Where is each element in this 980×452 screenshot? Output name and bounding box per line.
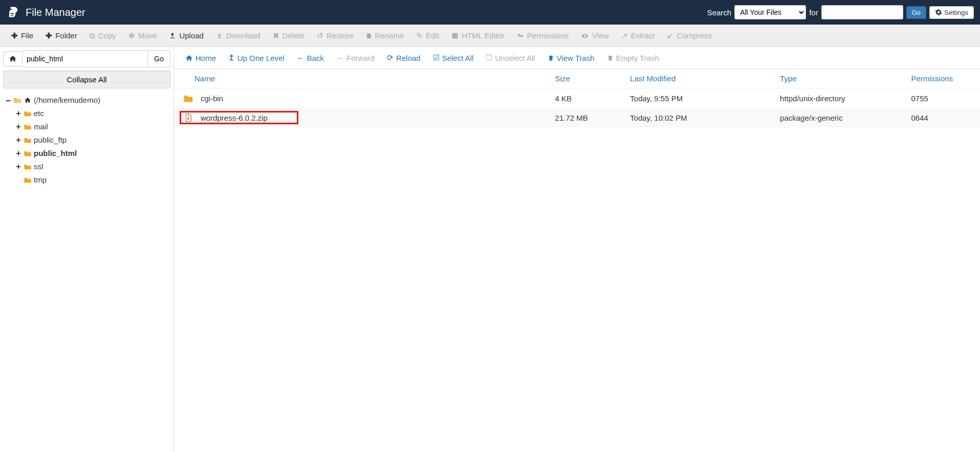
nav-view-trash-button[interactable]: View Trash: [541, 52, 601, 64]
tree-label: ssl: [34, 161, 43, 172]
tree-node[interactable]: tmp: [3, 173, 170, 187]
permissions-button[interactable]: Permissions: [511, 29, 575, 42]
expander-icon[interactable]: +: [15, 121, 21, 132]
search-scope-select[interactable]: All Your Files: [734, 5, 806, 19]
app-title: File Manager: [26, 7, 85, 18]
edit-button[interactable]: ✎Edit: [410, 29, 445, 42]
search-go-button[interactable]: Go: [906, 6, 926, 19]
back-icon: ←: [297, 54, 304, 62]
nav-reload-button[interactable]: ⟳Reload: [381, 51, 427, 64]
nav-up-button[interactable]: ↥Up One Level: [222, 51, 291, 64]
tree-label: mail: [34, 121, 48, 132]
home-small-icon: [24, 97, 32, 104]
col-size-header[interactable]: Size: [549, 69, 624, 88]
trash-icon: [607, 54, 614, 62]
settings-button[interactable]: Settings: [929, 6, 974, 19]
nav-empty-trash-button[interactable]: Empty Trash: [601, 52, 665, 64]
table-row[interactable]: wordpress-6.0.2.zip21.72 MBToday, 10:02 …: [174, 108, 980, 127]
file-permissions: 0755: [905, 88, 980, 108]
folder-icon: [24, 176, 32, 184]
reload-icon: ⟳: [387, 53, 394, 62]
tree-node[interactable]: +ssl: [3, 160, 170, 173]
tree-node[interactable]: +mail: [3, 120, 170, 133]
compress-button[interactable]: ↙Compress: [661, 29, 717, 42]
path-go-button[interactable]: Go: [147, 50, 170, 67]
table-header-row: Name Size Last Modified Type Permissions: [174, 69, 980, 88]
copy-button[interactable]: ⧉Copy: [83, 29, 122, 42]
collapse-all-button[interactable]: Collapse All: [3, 71, 170, 88]
content-area: Home ↥Up One Level ←Back →Forward ⟳Reloa…: [174, 47, 980, 452]
forward-icon: →: [336, 54, 344, 62]
tree-node[interactable]: +public_ftp: [3, 133, 170, 147]
delete-button[interactable]: ✖Delete: [267, 29, 311, 42]
file-name: wordpress-6.0.2.zip: [201, 114, 268, 122]
path-home-button[interactable]: [3, 51, 23, 66]
check-icon: ☑: [433, 53, 440, 62]
compress-icon: ↙: [667, 31, 673, 40]
tree-node[interactable]: +etc: [3, 107, 170, 120]
main-area: Go Collapse All – (/home/kemudemo) +etc+…: [0, 47, 980, 452]
restore-button[interactable]: ↺Restore: [311, 29, 360, 42]
sidebar: Go Collapse All – (/home/kemudemo) +etc+…: [0, 47, 174, 452]
nav-home-button[interactable]: Home: [179, 52, 222, 64]
home-icon: [9, 55, 17, 63]
col-type-header[interactable]: Type: [774, 69, 905, 88]
expander-icon[interactable]: +: [15, 134, 21, 146]
html-editor-icon: [451, 32, 459, 39]
extract-button[interactable]: ↗Extract: [615, 29, 661, 42]
header-right: Search All Your Files for Go Settings: [707, 5, 974, 19]
file-size: 21.72 MB: [549, 108, 624, 127]
move-button[interactable]: ✥Move: [122, 29, 163, 42]
trash-icon: [548, 54, 554, 62]
up-icon: ↥: [228, 53, 235, 62]
expander-icon[interactable]: +: [15, 148, 21, 159]
file-modified: Today, 10:02 PM: [624, 108, 774, 127]
delete-icon: ✖: [273, 31, 279, 40]
expander-icon[interactable]: +: [15, 161, 21, 172]
extract-icon: ↗: [621, 31, 628, 40]
key-icon: [517, 32, 524, 39]
tree-root[interactable]: – (/home/kemudemo): [3, 94, 170, 107]
view-button[interactable]: View: [575, 29, 615, 42]
app-header: File Manager Search All Your Files for G…: [0, 0, 980, 25]
edit-icon: ✎: [416, 31, 423, 40]
for-label: for: [809, 8, 818, 17]
folder-icon: [183, 93, 193, 103]
folder-button[interactable]: ✚Folder: [39, 29, 83, 42]
upload-button[interactable]: Upload: [163, 29, 210, 42]
tree-label: tmp: [34, 174, 47, 186]
file-permissions: 0644: [905, 108, 980, 127]
path-input[interactable]: [23, 50, 147, 67]
rename-button[interactable]: Rename: [360, 29, 410, 42]
download-icon: [216, 32, 223, 39]
col-name-header[interactable]: Name: [174, 69, 549, 88]
cpanel-logo-icon: [6, 5, 20, 19]
file-button[interactable]: ✚File: [5, 29, 39, 42]
nav-back-button[interactable]: ←Back: [291, 52, 330, 64]
search-label: Search: [707, 8, 732, 17]
copy-icon: ⧉: [90, 31, 95, 40]
folder-icon: [24, 163, 32, 170]
download-button[interactable]: Download: [210, 29, 267, 42]
folder-icon: [24, 137, 32, 144]
listing-navbar: Home ↥Up One Level ←Back →Forward ⟳Reloa…: [174, 47, 980, 69]
expander-icon[interactable]: –: [5, 95, 11, 106]
col-permissions-header[interactable]: Permissions: [905, 69, 980, 88]
folder-icon: [24, 150, 32, 157]
file-name: cgi-bin: [201, 94, 223, 103]
nav-forward-button[interactable]: →Forward: [330, 52, 381, 64]
uncheck-icon: ☐: [486, 53, 492, 62]
col-modified-header[interactable]: Last Modified: [624, 69, 774, 88]
search-input[interactable]: [821, 5, 903, 19]
nav-select-all-button[interactable]: ☑Select All: [427, 51, 480, 64]
folder-tree: – (/home/kemudemo) +etc+mail+public_ftp+…: [3, 94, 170, 187]
expander-icon[interactable]: +: [15, 108, 21, 119]
rename-icon: [366, 32, 372, 39]
folder-icon: [24, 110, 32, 117]
html-editor-button[interactable]: HTML Editor: [445, 29, 511, 42]
file-table: Name Size Last Modified Type Permissions…: [174, 69, 980, 127]
table-row[interactable]: cgi-bin4 KBToday, 9:55 PMhttpd/unix-dire…: [174, 88, 980, 108]
file-size: 4 KB: [549, 88, 624, 108]
nav-unselect-all-button[interactable]: ☐Unselect All: [480, 51, 541, 64]
tree-node[interactable]: +public_html: [3, 147, 170, 160]
